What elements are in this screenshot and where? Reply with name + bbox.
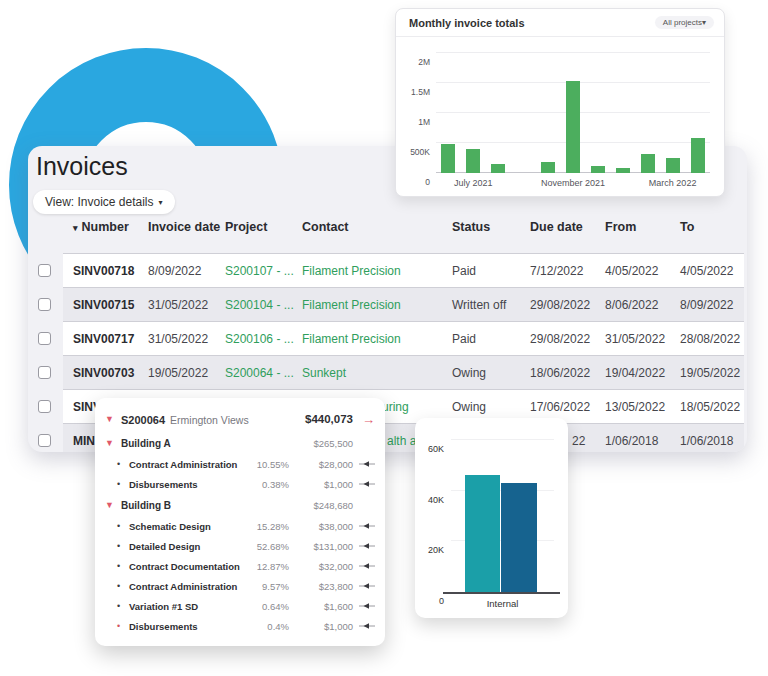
cell-due-date: 18/06/2022 — [530, 366, 605, 380]
bar — [691, 138, 705, 173]
breakdown-item-row: •Schematic Design15.28%$38,000 — [95, 516, 385, 536]
group-chevron-icon[interactable]: ▼ — [105, 438, 121, 448]
cell-contact-link[interactable]: Sunkept — [302, 366, 452, 380]
group-chevron-icon[interactable]: ▼ — [105, 500, 121, 510]
cell-contact-link[interactable]: Filament Precision — [302, 332, 452, 346]
sort-chevron-icon: ▾ — [73, 223, 78, 233]
x-axis-label: Internal — [415, 598, 568, 609]
chevron-down-icon: ▾ — [702, 18, 706, 27]
x-tick-label: July 2021 — [454, 178, 493, 188]
bar — [616, 168, 630, 173]
view-selector-label: View: Invoice details — [45, 195, 154, 209]
breakdown-body: ▼Building A$265,500•Contract Administrat… — [95, 432, 385, 636]
cell-status: Owing — [452, 366, 530, 380]
item-percent: 0.64% — [243, 601, 289, 612]
monthly-bar-chart: 0500K1M1.5M2MJuly 2021November 2021March… — [436, 53, 710, 173]
gridline: 60K — [451, 439, 554, 440]
item-percent: 10.55% — [243, 459, 289, 470]
trend-icon — [353, 522, 375, 530]
cell-to: 28/08/2022 — [680, 332, 744, 346]
cell-status: Paid — [452, 332, 530, 346]
chevron-down-icon: ▾ — [159, 198, 163, 207]
row-checkbox[interactable] — [38, 366, 51, 379]
bullet-icon: • — [117, 521, 129, 531]
trend-icon — [353, 582, 375, 590]
column-header-invoice-date[interactable]: Invoice date — [148, 220, 225, 235]
trend-icon — [353, 602, 375, 610]
project-code: S200064 — [121, 414, 165, 426]
cell-from: 1/06/2018 — [605, 434, 680, 448]
internal-chart-card: 020K40K60K Internal — [415, 418, 568, 618]
breakdown-group-row: ▼Building B$248,680 — [95, 494, 385, 516]
bullet-icon: • — [117, 561, 129, 571]
column-header-from[interactable]: From — [605, 220, 680, 235]
item-name: Contract Administration — [129, 459, 243, 470]
y-tick-label: 60K — [428, 444, 444, 454]
item-percent: 15.28% — [243, 521, 289, 532]
table-header-row: ▾Number Invoice date Project Contact Sta… — [37, 218, 744, 253]
breakdown-item-row: •Disbursements0.38%$1,000 — [95, 474, 385, 494]
breakdown-item-row: •Detailed Design52.68%$131,000 — [95, 536, 385, 556]
cell-invoice-date: 31/05/2022 — [148, 298, 225, 312]
arrow-right-icon[interactable]: → — [353, 412, 375, 427]
column-header-to[interactable]: To — [680, 220, 744, 235]
y-tick-label: 0 — [425, 177, 430, 187]
item-amount: $1,000 — [289, 479, 353, 490]
cell-due-date: 17/06/2022 — [530, 400, 605, 414]
breakdown-item-row: •Disbursements0.4%$1,000 — [95, 616, 385, 636]
view-selector-button[interactable]: View: Invoice details ▾ — [33, 190, 175, 214]
column-header-status[interactable]: Status — [452, 220, 530, 235]
column-header-number[interactable]: ▾Number — [73, 220, 148, 235]
card-header: Monthly invoice totals All projects▾ — [396, 9, 724, 37]
cell-to: 8/09/2022 — [680, 298, 744, 312]
row-checkbox[interactable] — [38, 400, 51, 413]
row-checkbox[interactable] — [38, 434, 51, 447]
row-checkbox[interactable] — [38, 264, 51, 277]
cell-to: 4/05/2022 — [680, 264, 744, 278]
cell-number: SINV00718 — [73, 264, 148, 278]
item-percent: 52.68% — [243, 541, 289, 552]
cell-number: SINV00703 — [73, 366, 148, 380]
cell-contact-link[interactable]: Filament Precision — [302, 264, 452, 278]
table-row[interactable]: SINV0071531/05/2022S200104 - ...Filament… — [37, 287, 744, 321]
item-name: Schematic Design — [129, 521, 243, 532]
table-row[interactable]: SINV007188/09/2022S200107 - ...Filament … — [37, 253, 744, 287]
row-checkbox[interactable] — [38, 298, 51, 311]
row-checkbox[interactable] — [38, 332, 51, 345]
monthly-invoice-totals-card: Monthly invoice totals All projects▾ 050… — [395, 8, 725, 197]
group-name: Building B — [121, 500, 243, 511]
trend-icon — [353, 460, 375, 468]
column-header-due-date[interactable]: Due date — [530, 220, 605, 235]
bar — [465, 475, 500, 592]
breakdown-item-row: •Contract Documentation12.87%$32,000 — [95, 556, 385, 576]
card-title: Monthly invoice totals — [409, 17, 525, 29]
item-percent: 9.57% — [243, 581, 289, 592]
y-tick-label: 500K — [410, 147, 430, 157]
trend-icon — [353, 622, 375, 630]
table-row[interactable]: SINV0071731/05/2022S200106 - ...Filament… — [37, 321, 744, 355]
cell-project-link[interactable]: S200106 - ... — [225, 332, 302, 346]
group-amount: $248,680 — [289, 500, 353, 511]
cell-project-link[interactable]: S200064 - ... — [225, 366, 302, 380]
cell-status: Written off — [452, 298, 530, 312]
page: Invoices View: Invoice details ▾ ▾Number… — [0, 0, 768, 676]
item-name: Variation #1 SD — [129, 601, 243, 612]
all-projects-dropdown[interactable]: All projects▾ — [655, 16, 714, 29]
y-tick-label: 20K — [428, 545, 444, 555]
cell-contact-link[interactable]: Filament Precision — [302, 298, 452, 312]
table-row[interactable]: SINV0070319/05/2022S200064 - ...SunkeptO… — [37, 355, 744, 389]
column-header-contact[interactable]: Contact — [302, 220, 452, 235]
trend-icon — [353, 562, 375, 570]
cell-project-link[interactable]: S200104 - ... — [225, 298, 302, 312]
group-name: Building A — [121, 438, 243, 449]
item-percent: 0.38% — [243, 479, 289, 490]
row-checkbox-cell — [37, 355, 63, 389]
row-checkbox-cell — [37, 423, 63, 452]
collapse-chevron-icon[interactable]: ▼ — [105, 414, 121, 424]
cell-invoice-date: 31/05/2022 — [148, 332, 225, 346]
bar — [591, 166, 605, 173]
bars-container — [436, 53, 710, 173]
cell-status: Owing — [452, 400, 530, 414]
column-header-project[interactable]: Project — [225, 220, 302, 235]
cell-project-link[interactable]: S200107 - ... — [225, 264, 302, 278]
